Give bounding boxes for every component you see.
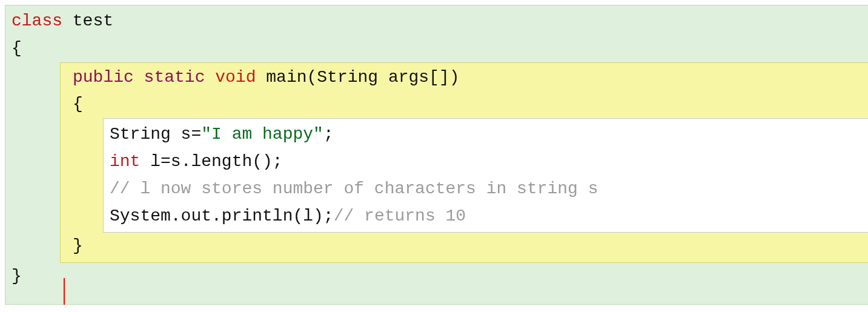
inline-comment: // returns 10 (334, 207, 466, 225)
class-name: test (62, 12, 113, 30)
stmt-int-decl: int l=s.length(); (104, 148, 868, 176)
keyword-class: class (12, 12, 62, 30)
class-open-brace: { (5, 35, 868, 62)
code-text: System.out.println(l); (110, 207, 334, 225)
code-snippet: class test { public static void main(Str… (0, 0, 868, 312)
method-name-params: main(String args[]) (256, 68, 459, 87)
method-close-brace: } (61, 233, 868, 260)
code-text: ; (323, 125, 334, 144)
method-modifiers: public static (73, 68, 215, 87)
stmt-string-decl: String s="I am happy"; (104, 121, 868, 148)
code-text: l=s.length(); (140, 152, 282, 171)
string-literal: "I am happy" (201, 125, 323, 144)
keyword-void: void (215, 68, 256, 87)
comment-line: // l now stores number of characters in … (104, 176, 868, 203)
class-close-brace: } (5, 263, 868, 290)
method-body: String s="I am happy"; int l=s.length();… (103, 118, 868, 233)
cursor-marker (64, 278, 65, 305)
method-open-brace: { (61, 91, 868, 118)
method-signature: public static void main(String args[]) (61, 64, 868, 91)
class-block: class test { public static void main(Str… (5, 5, 868, 305)
keyword-int: int (110, 152, 140, 171)
stmt-println: System.out.println(l);// returns 10 (104, 203, 868, 230)
method-block: public static void main(String args[]) {… (60, 62, 868, 264)
code-text: String s= (110, 125, 201, 144)
class-declaration: class test (5, 8, 868, 35)
